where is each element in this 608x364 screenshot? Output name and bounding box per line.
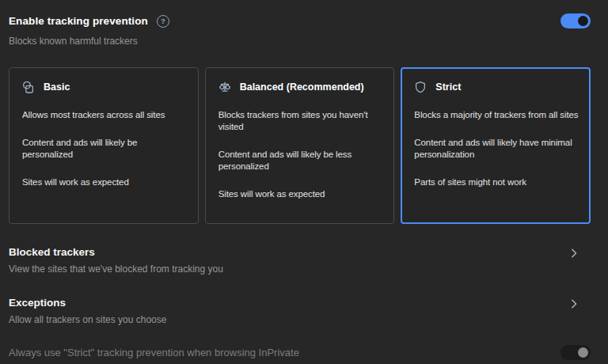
- enable-tracking-prevention-row: Enable tracking prevention ?: [9, 13, 591, 28]
- card-basic-line: Content and ads will likely be personali…: [22, 137, 188, 161]
- blocked-trackers-subtitle: View the sites that we've blocked from t…: [9, 264, 568, 275]
- card-basic-line: Allows most trackers across all sites: [22, 109, 188, 121]
- inprivate-strict-label: Always use "Strict" tracking prevention …: [9, 347, 560, 358]
- card-balanced-line: Content and ads will likely be less pers…: [218, 149, 385, 173]
- toggle-knob: [578, 347, 588, 358]
- blocked-trackers-row[interactable]: Blocked trackers View the sites that we'…: [9, 246, 591, 275]
- card-strict-line: Parts of sites might not work: [414, 176, 580, 188]
- exceptions-title: Exceptions: [9, 297, 568, 309]
- tracking-prevention-settings: Enable tracking prevention ? Blocks know…: [0, 0, 608, 364]
- exceptions-row[interactable]: Exceptions Allow all trackers on sites y…: [9, 297, 591, 325]
- blocked-trackers-text: Blocked trackers View the sites that we'…: [9, 246, 568, 275]
- help-icon[interactable]: ?: [157, 15, 169, 28]
- blocked-trackers-title: Blocked trackers: [9, 246, 568, 258]
- card-balanced-line: Blocks trackers from sites you haven't v…: [218, 109, 385, 133]
- toggle-knob: [578, 16, 588, 26]
- card-balanced[interactable]: Balanced (Recommended) Blocks trackers f…: [205, 67, 395, 224]
- inprivate-strict-row: Always use "Strict" tracking prevention …: [9, 345, 591, 360]
- scales-icon: [218, 81, 231, 93]
- card-basic-line: Sites will work as expected: [22, 176, 188, 188]
- card-strict-line: Blocks a majority of trackers from all s…: [414, 109, 580, 121]
- page-subtitle: Blocks known harmful trackers: [9, 36, 591, 47]
- card-basic-header: Basic: [22, 81, 188, 93]
- chevron-right-icon: [568, 248, 580, 262]
- card-balanced-header: Balanced (Recommended): [218, 81, 385, 93]
- card-basic-title: Basic: [44, 82, 70, 93]
- card-balanced-line: Sites will work as expected: [218, 188, 385, 200]
- exceptions-subtitle: Allow all trackers on sites you choose: [9, 314, 568, 325]
- tracking-level-cards: Basic Allows most trackers across all si…: [9, 67, 591, 224]
- card-strict-line: Content and ads will likely have minimal…: [414, 137, 580, 161]
- card-strict-header: Strict: [414, 81, 580, 93]
- shapes-icon: [22, 81, 35, 93]
- chevron-right-icon: [568, 298, 580, 313]
- card-balanced-title: Balanced (Recommended): [240, 82, 364, 93]
- card-strict[interactable]: Strict Blocks a majority of trackers fro…: [401, 67, 591, 224]
- enable-tracking-prevention-toggle[interactable]: [560, 13, 591, 28]
- shield-icon: [414, 81, 427, 93]
- inprivate-strict-toggle[interactable]: [560, 345, 591, 360]
- card-basic[interactable]: Basic Allows most trackers across all si…: [9, 67, 199, 224]
- exceptions-text: Exceptions Allow all trackers on sites y…: [9, 297, 568, 325]
- card-strict-title: Strict: [435, 82, 461, 93]
- page-title: Enable tracking prevention: [9, 15, 148, 27]
